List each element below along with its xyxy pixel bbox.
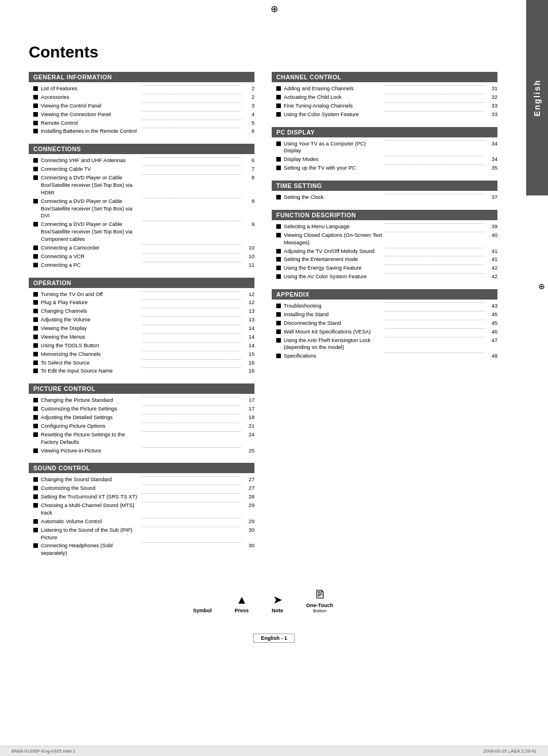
bullet-icon <box>276 157 281 162</box>
bullet-icon <box>276 249 281 254</box>
section-items-channel-control: Adding and Erasing Channels31Activating … <box>272 85 497 119</box>
section-header-channel-control: CHANNEL CONTROL <box>272 72 497 82</box>
bullet-icon <box>33 335 38 339</box>
list-item: Connecting Headphones (Sold separately)3… <box>33 542 254 558</box>
bullet-icon <box>33 369 38 373</box>
list-item: Connecting Cable TV7 <box>33 165 254 174</box>
item-text: Viewing Picture-in-Picture <box>41 447 140 455</box>
bullet-icon <box>33 519 38 524</box>
one-touch-symbol-label: One-Touch <box>306 603 333 608</box>
list-item: Connecting a PC11 <box>33 261 254 270</box>
item-dots <box>142 518 241 519</box>
list-item: Memorizing the Channels15 <box>33 350 254 359</box>
item-text: Memorizing the Channels <box>41 351 140 358</box>
list-item: Choosing a Multi-Channel Sound (MTS) tra… <box>33 501 254 517</box>
bullet-icon <box>33 398 38 402</box>
item-page-num: 30 <box>243 542 254 550</box>
list-item: Selecting a Menu Language39 <box>276 222 497 231</box>
item-dots <box>142 174 241 175</box>
item-page-num: 35 <box>486 164 497 172</box>
item-text: Viewing the Menus <box>41 333 140 341</box>
bullet-icon <box>33 129 38 133</box>
item-dots <box>142 120 241 120</box>
item-text: Accessories <box>41 94 140 101</box>
list-item: Connecting a DVD Player or Cable Box/Sat… <box>33 174 254 197</box>
item-text: Adjusting the Volume <box>41 316 140 324</box>
right-column: CHANNEL CONTROLAdding and Erasing Channe… <box>272 72 497 566</box>
section-header-operation: OPERATION <box>29 278 254 288</box>
item-text: Adjusting the Detailed Settings <box>41 414 140 421</box>
bullet-icon <box>276 103 281 108</box>
section-items-function-description: Selecting a Menu Language39Viewing Close… <box>272 222 497 281</box>
item-dots <box>142 111 241 112</box>
item-page-num: 29 <box>243 502 254 509</box>
section-pc-display: PC DISPLAYUsing Your TV as a Computer (P… <box>272 127 497 173</box>
item-text: Changing Channels <box>41 308 140 315</box>
bullet-icon <box>33 486 38 490</box>
list-item: Accessories2 <box>33 93 254 102</box>
sidebar-english: English <box>526 0 548 195</box>
section-items-sound-control: Changing the Sound Standard27Customizing… <box>29 475 254 558</box>
item-page-num: 3 <box>243 102 254 110</box>
section-time-setting: TIME SETTINGSetting the Clock37 <box>272 181 497 202</box>
item-text: Changing the Sound Standard <box>41 476 140 483</box>
press-symbol: ▲Press <box>235 594 249 613</box>
section-picture-control: PICTURE CONTROLChanging the Picture Stan… <box>29 383 254 455</box>
item-page-num: 6 <box>243 128 254 135</box>
item-text: Connecting a VCR <box>41 253 140 260</box>
item-text: Connecting a DVD Player or Cable Box/Sat… <box>41 198 140 220</box>
list-item: Listening to the Sound of the Sub (PIP) … <box>33 526 254 542</box>
item-dots <box>142 351 241 351</box>
item-dots <box>142 405 241 406</box>
list-item: List of Features2 <box>33 85 254 93</box>
list-item: Connecting a VCR10 <box>33 252 254 261</box>
list-item: Viewing the Display14 <box>33 324 254 333</box>
item-page-num: 8 <box>243 198 254 205</box>
section-header-appendix: APPENDIX <box>272 289 497 300</box>
compass-decoration-right: ⊕ <box>538 282 545 291</box>
one-touch-symbol-icon: 🖹 <box>314 589 326 600</box>
list-item: Installing Batteries in the Remote Contr… <box>33 127 254 136</box>
list-item: Display Modes34 <box>276 155 497 164</box>
item-dots <box>385 111 484 112</box>
bullet-icon <box>33 424 38 428</box>
item-page-num: 2 <box>243 94 254 101</box>
section-sound-control: SOUND CONTROLChanging the Sound Standard… <box>29 463 254 558</box>
list-item: Customizing the Sound27 <box>33 484 254 493</box>
left-column: GENERAL INFORMATIONList of Features2Acce… <box>29 72 254 566</box>
bullet-icon <box>33 95 38 99</box>
item-page-num: 32 <box>486 94 497 101</box>
item-dots <box>142 128 241 128</box>
item-page-num: 8 <box>243 174 254 182</box>
item-page-num: 11 <box>243 262 254 269</box>
bullet-icon <box>276 166 281 170</box>
item-text: Troubleshooting <box>284 302 383 310</box>
section-items-connections: Connecting VHF and UHF Antennas6Connecti… <box>29 156 254 269</box>
bullet-icon <box>33 245 38 250</box>
bullet-icon <box>33 494 38 499</box>
item-text: Plug & Play Feature <box>41 299 140 306</box>
section-header-time-setting: TIME SETTING <box>272 181 497 191</box>
bullet-icon <box>33 263 38 267</box>
bullet-icon <box>276 195 281 199</box>
item-dots <box>142 198 241 198</box>
section-items-appendix: Troubleshooting43Installing the Stand45D… <box>272 302 497 360</box>
list-item: To Edit the Input Source Name16 <box>33 367 254 375</box>
item-dots <box>385 94 484 94</box>
item-text: Connecting VHF and UHF Antennas <box>41 157 140 164</box>
list-item: Adjusting the Volume13 <box>33 316 254 324</box>
item-text: Customizing the Picture Settings <box>41 405 140 413</box>
section-items-operation: Turning the TV On and Off12Plug & Play F… <box>29 290 254 376</box>
bullet-icon <box>33 360 38 365</box>
item-dots <box>142 397 241 397</box>
bullet-icon <box>33 175 38 180</box>
bullet-icon <box>276 86 281 91</box>
list-item: Viewing the Menus14 <box>33 333 254 341</box>
item-page-num: 13 <box>243 308 254 315</box>
item-text: Connecting a DVD Player or Cable Box/Sat… <box>41 221 140 243</box>
item-text: Configuring Picture Options <box>41 423 140 430</box>
list-item: Configuring Picture Options21 <box>33 422 254 431</box>
list-item: Plug & Play Feature12 <box>33 298 254 307</box>
section-function-description: FUNCTION DESCRIPTIONSelecting a Menu Lan… <box>272 210 497 281</box>
item-page-num: 18 <box>243 414 254 421</box>
